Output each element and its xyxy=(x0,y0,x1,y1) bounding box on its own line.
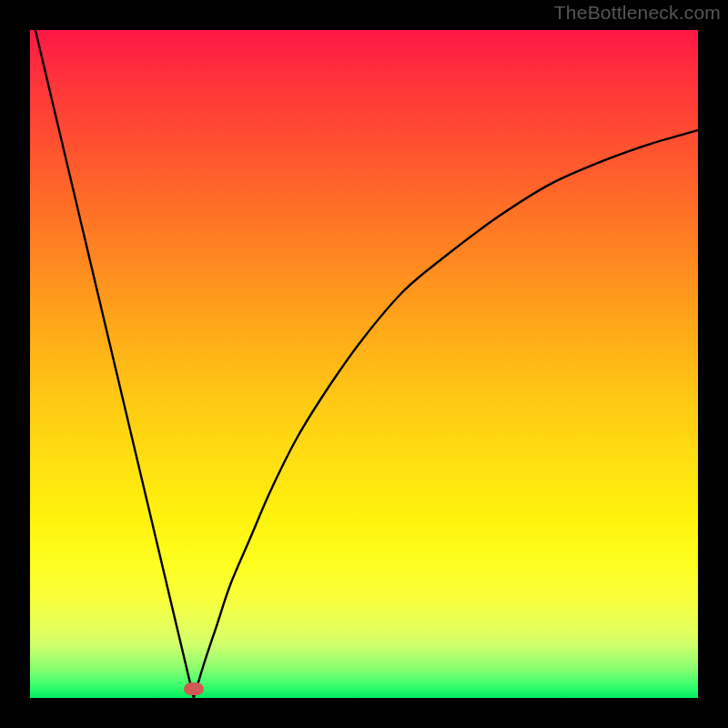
optimum-marker xyxy=(184,682,204,695)
curve-path xyxy=(35,30,698,698)
chart-frame: TheBottleneck.com xyxy=(0,0,728,728)
plot-area xyxy=(30,30,698,698)
watermark-text: TheBottleneck.com xyxy=(554,2,721,24)
bottleneck-curve xyxy=(30,30,698,698)
